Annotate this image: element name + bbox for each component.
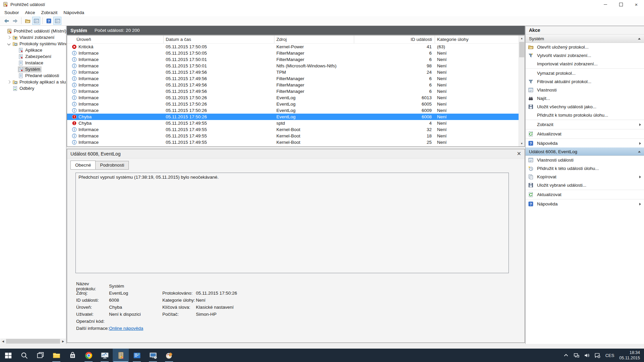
scroll-right-icon[interactable]: ▶: [60, 339, 66, 344]
table-row[interactable]: Informace05.11.2015 17:50:26EventLog6009…: [67, 107, 525, 114]
scroll-down-icon[interactable]: ▼: [519, 141, 525, 146]
taskbar-system-tool-button[interactable]: [129, 349, 145, 362]
action-kop-rovat[interactable]: Kopírovat: [526, 173, 644, 181]
tree-item-syst-m[interactable]: Systém: [0, 66, 66, 72]
toolbar-console-window-button[interactable]: [53, 17, 61, 25]
column-header-rove[interactable]: Úroveň: [67, 36, 164, 43]
action-otev-t-ulo-en-protokol[interactable]: Otevřít uložený protokol...: [526, 43, 644, 51]
column-header-kategorie-lohy[interactable]: Kategorie úlohy: [435, 36, 525, 43]
table-row[interactable]: Informace05.11.2015 17:50:05FilterManage…: [67, 50, 525, 56]
table-row[interactable]: Informace05.11.2015 17:49:56FilterManage…: [67, 82, 525, 88]
taskbar-event-viewer-tb-button[interactable]: [113, 349, 129, 362]
menu-zobrazit[interactable]: Zobrazit: [38, 9, 61, 16]
action-p-idru-it-k-t-to-ud-losti-lohu[interactable]: Přidružit k této události úlohu...: [526, 164, 644, 173]
tree-item-protokoly-aplikac-a-slu-eb[interactable]: Protokoly aplikací a služeb: [0, 79, 66, 85]
collapse-icon[interactable]: [638, 38, 641, 40]
action-center-icon[interactable]: [593, 352, 601, 358]
minimize-button[interactable]: [598, 0, 613, 9]
table-row[interactable]: [67, 145, 525, 147]
actions-section-ud-lost-6008-eventlog[interactable]: Událost 6008, EventLog: [526, 147, 644, 156]
maximize-button[interactable]: [613, 0, 629, 9]
column-header-id-ud-losti[interactable]: ID události: [354, 36, 435, 43]
action-aktualizovat[interactable]: Aktualizovat: [526, 130, 644, 138]
action-p-idru-it-k-tomuto-protokolu-lohu[interactable]: Přidružit k tomuto protokolu úlohu...: [526, 111, 644, 119]
action-filtrovat-aktu-ln-protokol[interactable]: Filtrovat aktuální protokol...: [526, 77, 644, 86]
taskbar-paint-button[interactable]: [161, 349, 177, 362]
online-help-link[interactable]: Online nápověda: [109, 326, 162, 331]
action-vymazat-protokol[interactable]: Vymazat protokol...: [526, 69, 644, 77]
table-row[interactable]: Informace05.11.2015 17:49:56TPM24Není: [67, 69, 525, 75]
action-ulo-it-v-echny-ud-losti-jako[interactable]: Uložit všechny události jako...: [526, 103, 644, 111]
close-button[interactable]: ×: [629, 0, 644, 9]
tree-item-vlastn-zobrazen[interactable]: Vlastní zobrazení: [0, 34, 66, 41]
taskbar-computer-button[interactable]: [145, 349, 161, 362]
taskbar-resource-monitor-button[interactable]: [97, 349, 113, 362]
column-header-zdroj[interactable]: Zdroj: [274, 36, 354, 43]
taskbar-task-view-button[interactable]: [32, 349, 48, 362]
action-aktualizovat[interactable]: Aktualizovat: [526, 190, 644, 199]
collapse-icon[interactable]: [638, 151, 641, 153]
table-row[interactable]: Informace05.11.2015 17:49:56FilterManage…: [67, 75, 525, 82]
action-importovat-vlastn-zobrazen[interactable]: Importovat vlastní zobrazení...: [526, 60, 644, 68]
toolbar-console-window-button[interactable]: [32, 17, 40, 25]
column-header-datum-a-as[interactable]: Datum a čas: [164, 36, 274, 43]
table-vertical-scrollbar[interactable]: ▲ ▼: [519, 36, 525, 146]
tree-item-zabezpe-en[interactable]: Zabezpečení: [0, 53, 66, 60]
table-row[interactable]: Chyba05.11.2015 17:50:26EventLog6008Není: [67, 114, 525, 120]
expander-icon[interactable]: [7, 36, 11, 39]
action-n-pov-da[interactable]: ?Nápověda: [526, 139, 644, 147]
table-row[interactable]: Informace05.11.2015 17:49:55Kernel-Boot2…: [67, 139, 525, 145]
menu-n-pov-da[interactable]: Nápověda: [60, 9, 87, 16]
scrollbar-thumb[interactable]: [519, 42, 524, 57]
table-row[interactable]: Informace05.11.2015 17:49:55Kernel-Boot3…: [67, 126, 525, 133]
table-row[interactable]: Informace05.11.2015 17:50:01Ntfs (Micros…: [67, 63, 525, 69]
chevron-up-icon[interactable]: [562, 352, 570, 358]
tree-item-aplikace[interactable]: Aplikace: [0, 47, 66, 53]
action-vlastnosti-ud-losti[interactable]: Vlastnosti události: [526, 156, 644, 164]
table-row[interactable]: Kritická05.11.2015 17:50:05Kernel-Power4…: [67, 44, 525, 50]
taskbar-store-button[interactable]: [64, 349, 80, 362]
tree-item-instalace[interactable]: Instalace: [0, 60, 66, 66]
expander-icon[interactable]: [7, 42, 11, 46]
scrollbar-thumb[interactable]: [6, 339, 60, 344]
action-vlastnosti[interactable]: Vlastnosti: [526, 86, 644, 94]
toolbar-open-saved-log-button[interactable]: [23, 17, 32, 25]
tab-podrobnosti[interactable]: Podrobnosti: [96, 161, 129, 170]
table-row[interactable]: Chyba05.11.2015 17:49:55sptd4Není: [67, 120, 525, 126]
language-indicator[interactable]: CES: [602, 353, 618, 358]
network-icon[interactable]: [572, 352, 581, 358]
scroll-up-icon[interactable]: ▲: [519, 36, 525, 41]
source-cell: FilterManager: [274, 89, 354, 94]
toolbar-forward-arrow-button[interactable]: [11, 17, 19, 25]
table-row[interactable]: Informace05.11.2015 17:50:26EventLog6013…: [67, 95, 525, 101]
toolbar-back-arrow-button[interactable]: [2, 17, 10, 25]
action-zobrazit[interactable]: Zobrazit: [526, 120, 644, 129]
tab-obecn[interactable]: Obecné: [70, 161, 96, 170]
tree-horizontal-scrollbar[interactable]: ◀ ▶: [0, 339, 66, 344]
close-icon[interactable]: ✕: [517, 150, 521, 157]
table-row[interactable]: Informace05.11.2015 17:49:56FilterManage…: [67, 88, 525, 95]
table-row[interactable]: Informace05.11.2015 17:49:55Kernel-Boot1…: [67, 133, 525, 139]
taskbar-start-button[interactable]: [0, 349, 16, 362]
taskbar-search-button[interactable]: [16, 349, 32, 362]
action-naj-t[interactable]: Najít...: [526, 94, 644, 103]
taskbar-chrome-button[interactable]: [80, 349, 97, 362]
tree-item-odb-ry[interactable]: Odběry: [0, 85, 66, 92]
taskbar-file-explorer-button[interactable]: [48, 349, 64, 362]
action-vytvo-it-vlastn-zobrazen[interactable]: Vytvořit vlastní zobrazení...: [526, 51, 644, 60]
toolbar-help-button[interactable]: ?: [45, 17, 53, 25]
menu-akce[interactable]: Akce: [22, 9, 38, 16]
scroll-left-icon[interactable]: ◀: [0, 339, 6, 344]
table-row[interactable]: Informace05.11.2015 17:50:26EventLog6005…: [67, 101, 525, 107]
action-ulo-it-vybran-ud-losti[interactable]: Uložit vybrané události...: [526, 181, 644, 189]
volume-icon[interactable]: [583, 352, 591, 358]
tree-item-protokoly-syst-mu-windows[interactable]: Protokoly systému Windows: [0, 41, 66, 47]
tree-item-p-edan-ud-losti[interactable]: Předané události: [0, 72, 66, 79]
expander-icon[interactable]: [7, 80, 11, 84]
menu-soubor[interactable]: Soubor: [1, 9, 22, 16]
action-n-pov-da[interactable]: ?Nápověda: [526, 200, 644, 208]
table-row[interactable]: Informace05.11.2015 17:50:01FilterManage…: [67, 56, 525, 63]
clock[interactable]: 18:34 05.11.2015: [617, 350, 643, 361]
actions-section-syst-m[interactable]: Systém: [526, 35, 644, 43]
tree-item-prohl-e-ud-lost-m-stn[interactable]: Prohlížeč událostí (Místní): [0, 28, 66, 34]
